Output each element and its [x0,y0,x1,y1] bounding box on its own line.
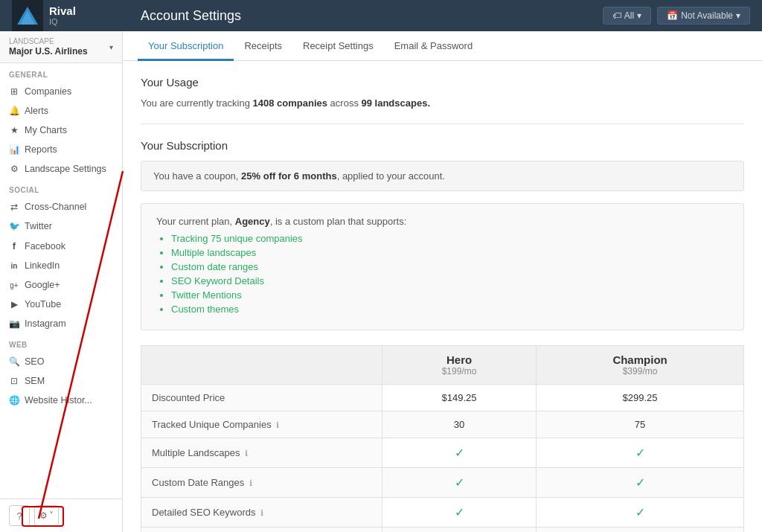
plan-feature-4: SEO Keyword Details [171,275,729,286]
row-champion-discounted-price: $299.25 [537,385,744,411]
tab-receipt-settings[interactable]: Receipt Settings [292,31,384,61]
page-title: Account Settings [135,8,603,24]
sidebar-item-alerts[interactable]: 🔔 Alerts [0,101,122,121]
check-green-icon: ✓ [455,506,464,519]
row-hero-multiple-landscapes: ✓ [382,438,537,468]
check-green-icon: ✓ [455,476,464,489]
coupon-box: You have a coupon, 25% off for 6 months,… [141,161,744,191]
chevron-down-icon-2: ▾ [736,10,740,21]
sidebar-item-facebook[interactable]: f Facebook [0,236,122,256]
website-history-label: Website Histor... [25,395,92,406]
sidebar-item-twitter[interactable]: 🐦 Twitter [0,217,122,236]
google-plus-label: Google+ [25,280,60,290]
row-label-tracked-companies: Tracked Unique Companies ℹ [141,411,382,438]
plan-features-list: Tracking 75 unique companies Multiple la… [156,233,729,315]
col-header-hero: Hero $199/mo [382,346,537,385]
row-label-discounted-price: Discounted Price [141,385,382,411]
plan-feature-5: Twitter Mentions [171,289,729,301]
youtube-label: YouTube [25,299,61,310]
my-charts-label: My Charts [25,125,67,135]
row-champion-twitter-mentions: ✓ [537,528,744,533]
hero-plan-name: Hero [393,353,525,366]
info-icon[interactable]: ℹ [260,508,263,517]
help-icon: ? [16,510,22,522]
check-green-icon: ✓ [635,476,645,489]
tabs-bar: Your Subscription Receipts Receipt Setti… [123,31,762,61]
header-controls: 🏷 All ▾ 📅 Not Available ▾ [603,7,750,25]
sidebar-item-linkedin[interactable]: in LinkedIn [0,256,122,275]
not-available-label: Not Available [681,10,733,21]
info-icon[interactable]: ℹ [245,449,248,458]
logo-iq: IQ [49,17,76,26]
landscape-label: LANDSCAPE [9,37,88,45]
seo-label: SEO [25,356,44,367]
landscape-selector[interactable]: LANDSCAPE Major U.S. Airlines ▾ [0,31,122,63]
plan-name: Agency [235,216,270,227]
twitter-label: Twitter [25,221,52,231]
help-button[interactable]: ? [9,505,30,526]
seo-icon: 🔍 [9,356,19,367]
info-icon[interactable]: ℹ [276,420,279,429]
tab-receipts[interactable]: Receipts [234,31,292,61]
landscapes-count: 99 landscapes. [362,97,431,109]
sem-label: SEM [25,376,45,386]
google-plus-icon: g+ [9,281,19,289]
coupon-highlight: 25% off for 6 months [241,170,337,182]
tab-email-password[interactable]: Email & Password [384,31,483,61]
companies-label: Companies [25,86,71,97]
landscape-settings-label: Landscape Settings [25,164,106,174]
col-header-label [141,346,382,385]
logo-area: Rival IQ [12,0,135,31]
subscription-section-title: Your Subscription [141,139,744,152]
sidebar-bottom: ? ⚙ ˅ [0,499,122,532]
sidebar-item-youtube[interactable]: ▶ YouTube [0,295,122,314]
website-history-icon: 🌐 [9,395,19,406]
table-row: Detailed SEO Keywords ℹ ✓ ✓ [141,498,744,528]
row-champion-multiple-landscapes: ✓ [537,438,744,468]
plan-box: Your current plan, Agency, is a custom p… [141,203,744,330]
sidebar-item-google-plus[interactable]: g+ Google+ [0,275,122,295]
sidebar-item-cross-channel[interactable]: ⇄ Cross-Channel [0,197,122,217]
usage-section-title: Your Usage [141,76,744,89]
sidebar-item-seo[interactable]: 🔍 SEO [0,352,122,371]
sidebar-item-reports[interactable]: 📊 Reports [0,140,122,159]
landscape-settings-icon: ⚙ [9,164,19,174]
not-available-button[interactable]: 📅 Not Available ▾ [657,7,750,25]
usage-description: You are currently tracking 1408 companie… [141,97,744,109]
sem-icon: ⊡ [9,376,19,386]
row-label-multiple-landscapes: Multiple Landscapes ℹ [141,438,382,468]
sidebar-item-companies[interactable]: ⊞ Companies [0,82,122,101]
check-green-icon: ✓ [455,446,464,459]
row-label-twitter-mentions: Twitter Mentions ℹ [141,528,382,533]
sidebar-item-my-charts[interactable]: ★ My Charts [0,121,122,140]
sidebar-item-landscape-settings[interactable]: ⚙ Landscape Settings [0,159,122,179]
pricing-table: Hero $199/mo Champion $399/mo Discounted… [141,345,744,532]
info-icon[interactable]: ℹ [249,478,252,487]
landscape-name: Major U.S. Airlines [9,46,88,57]
nav-section-social: SOCIAL [0,179,122,197]
row-hero-discounted-price: $149.25 [382,385,537,411]
subscription-content: Your Usage You are currently tracking 14… [123,61,762,532]
companies-icon: ⊞ [9,86,19,97]
top-header: Rival IQ Account Settings 🏷 All ▾ 📅 Not … [0,0,762,31]
all-filter-button[interactable]: 🏷 All ▾ [603,7,651,25]
all-filter-label: All [624,10,634,21]
youtube-icon: ▶ [9,299,19,310]
cross-channel-label: Cross-Channel [25,202,86,212]
facebook-label: Facebook [25,241,65,251]
check-green-icon: ✓ [635,446,645,459]
tab-your-subscription[interactable]: Your Subscription [138,31,234,61]
settings-dropdown-button[interactable]: ⚙ ˅ [34,505,59,526]
table-row: Custom Date Ranges ℹ ✓ ✓ [141,468,744,498]
sidebar-item-instagram[interactable]: 📷 Instagram [0,314,122,333]
table-row: Twitter Mentions ℹ ✓ ✓ [141,528,744,533]
champion-plan-name: Champion [547,353,733,366]
sidebar-item-website-history[interactable]: 🌐 Website Histor... [0,391,122,410]
instagram-icon: 📷 [9,318,19,329]
reports-icon: 📊 [9,144,19,155]
sidebar-item-sem[interactable]: ⊡ SEM [0,371,122,391]
settings-chevron-icon: ˅ [49,510,54,521]
charts-icon: ★ [9,125,19,135]
table-row: Multiple Landscapes ℹ ✓ ✓ [141,438,744,468]
plan-feature-1: Tracking 75 unique companies [171,233,729,244]
